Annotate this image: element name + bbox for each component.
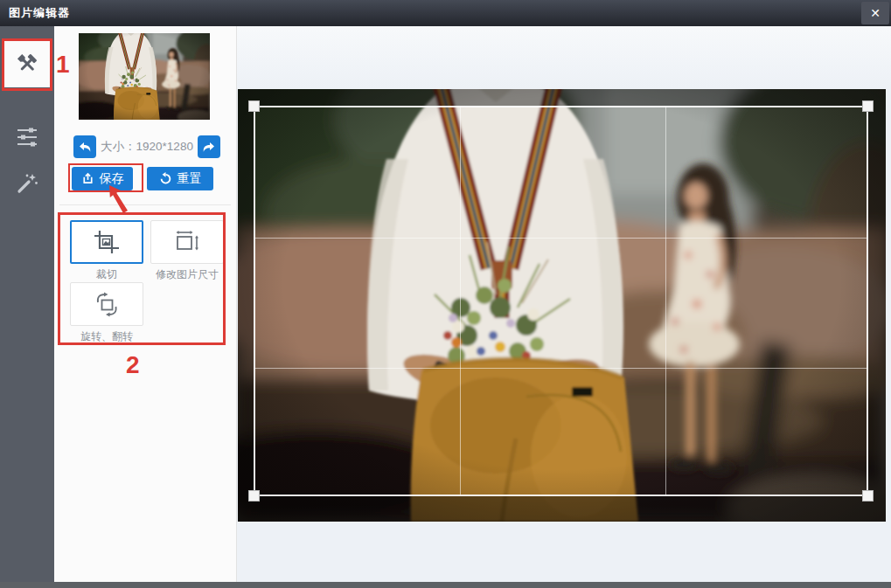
- upload-icon: [81, 172, 94, 185]
- titlebar: 图片编辑器 ✕: [0, 0, 891, 26]
- redo-button[interactable]: [198, 135, 220, 158]
- window-bottom-edge: [0, 582, 891, 588]
- crop-selection[interactable]: [254, 106, 868, 496]
- crop-handle-bottom-right[interactable]: [862, 490, 874, 502]
- crop-grid-line: [665, 107, 666, 495]
- image-thumbnail: [79, 33, 210, 120]
- magic-wand-icon: [16, 172, 38, 195]
- sidebar: [0, 26, 54, 582]
- canvas-area: [237, 26, 891, 582]
- crop-handle-top-left[interactable]: [248, 100, 260, 112]
- rotate-tool-label: 旋转、翻转: [70, 329, 143, 344]
- resize-tool-label: 修改图片尺寸: [150, 267, 224, 282]
- rotate-flip-icon: [94, 291, 120, 317]
- crop-grid-line: [255, 238, 867, 239]
- sliders-icon: [16, 126, 38, 149]
- window-title: 图片编辑器: [9, 0, 70, 26]
- crop-grid-line: [255, 368, 867, 369]
- left-panel: 大小：1920*1280 保存 重置: [54, 26, 237, 582]
- image-size-text: 大小：1920*1280: [98, 135, 196, 158]
- crop-grid-line: [460, 107, 461, 495]
- reset-label: 重置: [178, 171, 202, 187]
- close-button[interactable]: ✕: [861, 2, 889, 24]
- undo-icon: [78, 140, 92, 154]
- redo-icon: [202, 140, 216, 154]
- resize-icon: [174, 229, 200, 255]
- reset-button[interactable]: 重置: [147, 167, 213, 190]
- crop-tool-label: 裁切: [70, 267, 143, 282]
- image-editor-window: 图片编辑器 ✕: [0, 0, 891, 588]
- rotate-tool-button[interactable]: [70, 282, 143, 326]
- sidebar-item-tools[interactable]: [4, 40, 50, 87]
- sidebar-item-adjust[interactable]: [0, 114, 54, 161]
- crop-handle-top-right[interactable]: [862, 100, 874, 112]
- save-button[interactable]: 保存: [72, 167, 133, 190]
- crop-icon: [93, 229, 121, 255]
- crop-tool-button[interactable]: [70, 220, 143, 264]
- tools-icon: [15, 52, 39, 76]
- photo-canvas: [238, 89, 886, 522]
- save-label: 保存: [100, 171, 124, 187]
- annotation-step-2: 2: [126, 351, 140, 379]
- undo-button[interactable]: [73, 135, 96, 158]
- panel-divider: [59, 204, 231, 205]
- sidebar-item-effects[interactable]: [0, 160, 54, 207]
- reset-icon: [159, 172, 172, 185]
- resize-tool-button[interactable]: [150, 220, 224, 264]
- crop-handle-bottom-left[interactable]: [248, 490, 260, 502]
